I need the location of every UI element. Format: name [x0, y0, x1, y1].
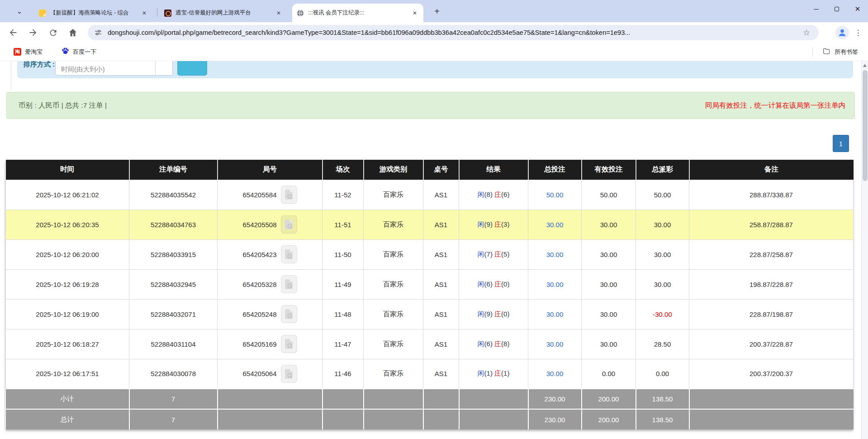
total-bet-link[interactable]: 30.00	[546, 251, 564, 258]
video-replay-button[interactable]	[281, 275, 297, 293]
maximize-button[interactable]	[826, 0, 847, 18]
footer-empty-cell	[459, 409, 528, 429]
footer-empty-cell	[218, 389, 323, 409]
player-score: (9)	[484, 220, 495, 228]
filter-panel: 排序方式 :	[17, 61, 853, 78]
total-bet-link[interactable]: 30.00	[546, 310, 564, 318]
column-header: 时间	[6, 160, 129, 180]
tab-2[interactable]: 通宝-信誉最好的网上游戏平台 ✕	[160, 4, 287, 22]
bookmark-star-icon[interactable]: ☆	[801, 27, 812, 38]
url-text[interactable]: dongshouji.com/ipl/portal.php/game/betre…	[108, 29, 795, 36]
pagination-page-1[interactable]: 1	[833, 135, 849, 152]
total-bet-link[interactable]: 30.00	[546, 281, 564, 288]
vertical-scrollbar[interactable]	[861, 61, 868, 439]
reload-button[interactable]	[46, 26, 60, 39]
tab-search-chevron-icon[interactable]: ⌄	[14, 5, 25, 17]
scrollbar-thumb[interactable]	[863, 70, 868, 181]
back-button[interactable]	[6, 26, 20, 39]
video-replay-button[interactable]	[281, 245, 297, 263]
bet-id-cell: 522884031104	[129, 329, 218, 359]
video-replay-button[interactable]	[281, 215, 297, 234]
remark-cell: 198.87/228.87	[689, 269, 854, 299]
yellow-mail-icon	[39, 10, 46, 17]
sort-input-addon[interactable]	[155, 61, 172, 75]
tab-close-icon[interactable]: ✕	[275, 9, 283, 17]
player-result: 闲	[478, 280, 484, 288]
payout-cell: 28.50	[636, 329, 689, 359]
tab-close-icon[interactable]: ✕	[411, 9, 419, 17]
total-bet-link[interactable]: 30.00	[546, 370, 564, 377]
video-replay-button[interactable]	[281, 186, 297, 204]
bet-record-table: 时间注单编号局号场次游戏类别桌号结果总投注有效投注总派彩备注 2025-10-1…	[5, 160, 853, 429]
bookmarks-separator	[812, 47, 813, 57]
footer-count-cell: 7	[129, 389, 218, 409]
banker-score: (0)	[501, 280, 509, 288]
player-score: (1)	[484, 369, 495, 377]
remark-cell: 228.87/258.87	[689, 239, 854, 269]
search-button[interactable]	[177, 61, 207, 76]
close-button[interactable]: ✕	[847, 0, 868, 18]
round-number: 654205169	[242, 340, 276, 348]
game-type-cell: 百家乐	[364, 210, 423, 239]
url-bar[interactable]: dongshouji.com/ipl/portal.php/game/betre…	[88, 25, 819, 40]
sort-input[interactable]	[56, 61, 155, 75]
all-bookmarks-button[interactable]: 所有书签	[812, 47, 868, 57]
profile-avatar[interactable]	[835, 26, 849, 39]
payout-cell: 50.00	[636, 180, 689, 210]
round-cell: 654205169	[218, 329, 323, 359]
video-replay-button[interactable]	[281, 305, 297, 323]
result-cell: 闲(6) 庄(0)	[459, 269, 528, 299]
banker-result: 庄	[494, 310, 501, 318]
total-bet-cell: 30.00	[528, 299, 582, 329]
table-header-row: 时间注单编号局号场次游戏类别桌号结果总投注有效投注总派彩备注	[6, 160, 854, 180]
footer-empty-cell	[689, 389, 854, 409]
time-cell: 2025-10-12 06:18:27	[6, 329, 129, 359]
game-type-cell: 百家乐	[364, 359, 423, 389]
taobao-icon: 淘	[14, 48, 21, 56]
table-row: 2025-10-12 06:19:28522884032945654205328…	[6, 269, 854, 299]
valid-bet-cell: 30.00	[582, 269, 636, 299]
total-bet-link[interactable]: 30.00	[546, 221, 564, 229]
total-bet-cell: 30.00	[528, 239, 582, 269]
footer-empty-cell	[323, 409, 364, 429]
bookmark-taobao[interactable]: 淘 爱淘宝	[14, 48, 43, 56]
tab-1[interactable]: 【新提醒】海燕策略论坛 - 综合 ✕	[34, 4, 153, 22]
table-no-cell: AS1	[423, 329, 459, 359]
banker-result: 庄	[494, 280, 501, 288]
valid-bet-cell: 50.00	[582, 180, 636, 210]
footer-empty-cell	[218, 409, 323, 429]
total-bet-cell: 30.00	[528, 329, 582, 359]
tab-3-active[interactable]: :::视讯 会员下注纪录::: ✕	[292, 4, 423, 22]
remark-cell: 258.87/288.87	[689, 210, 854, 239]
film-icon	[283, 188, 295, 201]
footer-valid-bet-cell: 200.00	[582, 409, 636, 429]
tab-title: 通宝-信誉最好的网上游戏平台	[175, 9, 270, 17]
total-bet-link[interactable]: 50.00	[546, 191, 564, 199]
banker-score: (5)	[501, 250, 509, 258]
tab-close-icon[interactable]: ✕	[140, 9, 148, 17]
banker-result: 庄	[494, 340, 501, 348]
remark-cell: 288.87/338.87	[689, 180, 854, 210]
site-info-icon[interactable]	[94, 29, 102, 37]
new-tab-button[interactable]: +	[431, 5, 443, 18]
sort-label: 排序方式 :	[24, 61, 55, 69]
globe-icon	[297, 10, 304, 17]
minimize-button[interactable]	[806, 0, 826, 18]
folder-icon	[822, 47, 830, 57]
home-button[interactable]	[66, 26, 80, 39]
bookmark-baidu[interactable]: 百度一下	[62, 47, 96, 57]
bet-id-cell: 522884030078	[129, 359, 218, 389]
table-footer-row: 小计7230.00200.00138.50	[6, 389, 854, 409]
footer-label-cell: 小计	[6, 389, 129, 409]
total-bet-link[interactable]: 30.00	[546, 340, 564, 348]
forward-button[interactable]	[26, 26, 40, 39]
currency-total-text: 币别 : 人民币 | 总共 :7 注单 |	[7, 101, 107, 110]
video-replay-button[interactable]	[281, 335, 297, 353]
player-result: 闲	[478, 191, 484, 198]
video-replay-button[interactable]	[281, 365, 297, 383]
browser-menu-icon[interactable]: ⋮	[853, 26, 863, 39]
round-number: 654205423	[242, 251, 276, 258]
scroll-up-icon[interactable]	[863, 64, 867, 67]
column-header: 有效投注	[582, 160, 636, 180]
column-header: 局号	[218, 160, 323, 180]
